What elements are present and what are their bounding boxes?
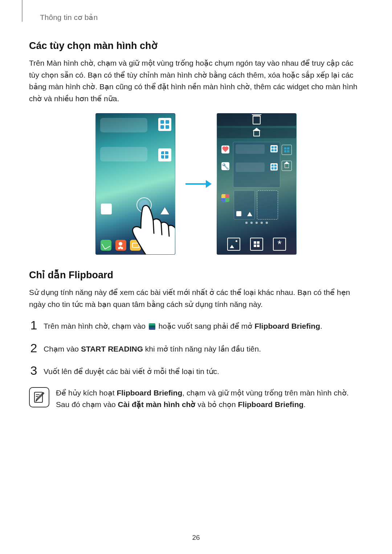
phone-app-icon (101, 240, 111, 251)
step-1-pre: Trên màn hình chờ, chạm vào (44, 322, 148, 330)
step-1-number: 1 (29, 319, 38, 331)
touch-hand-icon (128, 198, 175, 255)
step-2-bold: START READING (81, 345, 143, 353)
contacts-app-icon (115, 240, 126, 251)
step-1-post: hoặc vuốt sang phải để mở (159, 322, 255, 330)
step-1-bold: Flipboard Briefing (254, 322, 320, 330)
folder-blur-2 (100, 147, 147, 161)
note-text: Để hủy kích hoạt Flipboard Briefing, chạ… (56, 387, 363, 411)
step-1: 1 Trên màn hình chờ, chạm vào hoặc vuốt … (29, 319, 363, 332)
app-tile-icon (101, 204, 112, 214)
step-2-number: 2 (29, 342, 38, 354)
figure-phone-after: 🔧 (217, 113, 297, 255)
home-bar (217, 128, 296, 138)
page-indicator (217, 222, 296, 224)
panel-thumb-add (257, 190, 278, 219)
step-3-number: 3 (29, 364, 38, 377)
arrow-right-icon (185, 183, 207, 185)
step-2-text: Chạm vào START READING khi mở tính năng … (44, 342, 261, 355)
grid-outline-icon (282, 145, 292, 155)
mini-folder-2 (236, 163, 265, 172)
page-number: 26 (0, 534, 392, 542)
note-mid2: và bỏ chọn (195, 400, 238, 409)
step-1-tail: . (320, 322, 322, 330)
header-side-rule (22, 0, 23, 22)
figure-row: 🔧 (29, 113, 363, 255)
trash-icon (253, 115, 261, 124)
note-pre: Để hủy kích hoạt (56, 389, 117, 397)
delete-bar (217, 114, 296, 126)
heart-icon (221, 145, 229, 153)
note-b3: Flipboard Briefing (238, 400, 304, 409)
section2-title: Chỉ dẫn Flipboard (29, 269, 363, 281)
bottom-options (217, 238, 296, 251)
section2-body: Sử dụng tính năng này để xem các bài viế… (29, 287, 363, 310)
mini-triangle-icon (247, 212, 252, 216)
steps-list: 1 Trên màn hình chờ, chạm vào hoặc vuốt … (29, 319, 363, 378)
mini-folder-1 (236, 144, 265, 154)
mini-grid-icon (270, 145, 278, 152)
wallpapers-icon (227, 238, 240, 251)
home-icon (253, 130, 260, 136)
color-swatch-icon (221, 194, 229, 202)
note-tail: . (303, 400, 306, 409)
widgets-grid-icon (250, 238, 263, 251)
widgets-icon (158, 118, 171, 131)
step-1-text: Trên màn hình chờ, chạm vào hoặc vuốt sa… (44, 319, 322, 332)
step-3: 3 Vuốt lên để duyệt các bài viết ở mỗi t… (29, 364, 363, 378)
step-3-text: Vuốt lên để duyệt các bài viết ở mỗi thể… (44, 364, 219, 378)
step-2-post: khi mở tính năng này lần đầu tiên. (143, 345, 261, 353)
step-2-pre: Chạm vào (44, 345, 81, 353)
section1-title: Các tùy chọn màn hình chờ (29, 40, 363, 52)
home-outline-icon (282, 161, 292, 171)
note-icon (29, 387, 49, 407)
folder-blur-1 (100, 118, 147, 132)
breadcrumb: Thông tin cơ bản (40, 13, 363, 22)
home-panel-preview (233, 142, 280, 188)
note-block: Để hủy kích hoạt Flipboard Briefing, chạ… (29, 387, 363, 411)
step-2: 2 Chạm vào START READING khi mở tính năn… (29, 342, 363, 355)
mini-gift-icon (270, 163, 278, 171)
panel-thumb-1 (234, 190, 255, 219)
mini-square-icon (236, 211, 241, 216)
figure-phone-before (95, 113, 175, 255)
note-b2: Cài đặt màn hình chờ (118, 400, 196, 409)
wrench-icon: 🔧 (221, 162, 229, 170)
gift-icon (158, 148, 171, 161)
note-b1: Flipboard Briefing (117, 389, 182, 397)
gear-icon (273, 238, 286, 251)
section1-body: Trên Màn hình chờ, chạm và giữ một vùng … (29, 57, 363, 104)
flipboard-tile-icon (149, 323, 155, 330)
